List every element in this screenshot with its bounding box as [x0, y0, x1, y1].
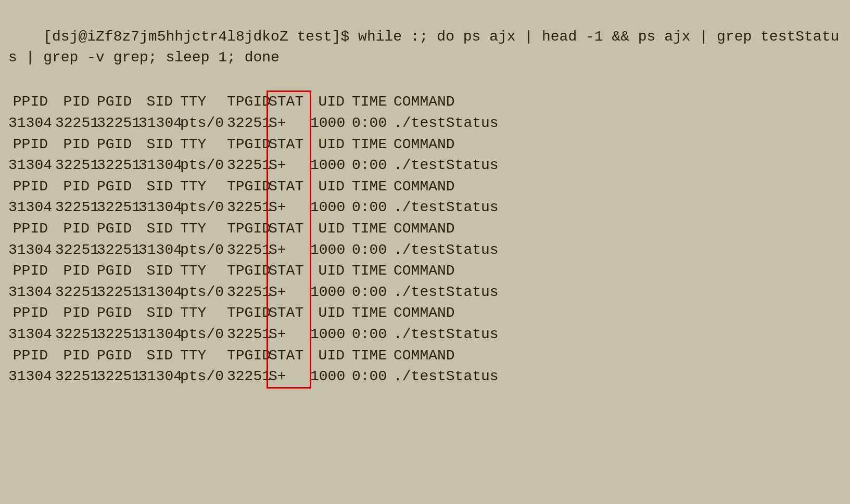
cell-uid: 1000 — [310, 197, 352, 218]
cell-sid: 31304 — [138, 197, 180, 218]
cell-time: 0:00 — [352, 366, 394, 387]
cell-tpgid: TPGID — [227, 303, 269, 324]
table-row: 31304322513225131304pts/032251S+10000:00… — [8, 155, 842, 176]
cell-tpgid: 32251 — [227, 282, 269, 303]
cell-tpgid: TPGID — [227, 176, 269, 198]
cell-tty: pts/0 — [180, 197, 227, 218]
cell-tpgid: 32251 — [227, 240, 269, 261]
prompt-text: [dsj@iZf8z7jm5hhjctr4l8jdkoZ test]$ whil… — [8, 29, 839, 66]
cell-pid: PID — [55, 303, 97, 324]
cell-sid: 31304 — [138, 366, 180, 387]
cell-sid: SID — [138, 261, 180, 282]
table-header: PPIDPIDPGIDSIDTTYTPGIDSTATUIDTIMECOMMAND — [8, 92, 842, 113]
cell-ppid: 31304 — [8, 282, 55, 303]
cell-stat: S+ — [269, 155, 310, 176]
cell-command: ./testStatus — [394, 155, 842, 176]
cell-ppid: 31304 — [8, 155, 55, 176]
cell-time: TIME — [352, 303, 394, 324]
cell-pgid: PGID — [97, 345, 138, 367]
cell-command: COMMAND — [394, 218, 842, 240]
cell-sid: 31304 — [138, 113, 180, 134]
cell-sid: SID — [138, 345, 180, 367]
table-header: PPIDPIDPGIDSIDTTYTPGIDSTATUIDTIMECOMMAND — [8, 345, 842, 367]
cell-time: 0:00 — [352, 113, 394, 134]
cell-sid: 31304 — [138, 155, 180, 176]
cell-sid: SID — [138, 92, 180, 113]
cell-time: 0:00 — [352, 155, 394, 176]
cell-pgid: 32251 — [97, 240, 138, 261]
cell-command: COMMAND — [394, 176, 842, 198]
cell-stat: STAT — [269, 176, 310, 198]
table-row: 31304322513225131304pts/032251S+10000:00… — [8, 240, 842, 261]
cell-stat: S+ — [269, 197, 310, 218]
cell-ppid: PPID — [8, 345, 55, 367]
table-row: 31304322513225131304pts/032251S+10000:00… — [8, 197, 842, 218]
cell-pgid: 32251 — [97, 366, 138, 387]
cell-tty: pts/0 — [180, 366, 227, 387]
cell-pid: PID — [55, 92, 97, 113]
cell-pgid: PGID — [97, 92, 138, 113]
cell-command: ./testStatus — [394, 240, 842, 261]
cell-pid: 32251 — [55, 324, 97, 345]
cell-uid: 1000 — [310, 282, 352, 303]
cell-tpgid: 32251 — [227, 324, 269, 345]
cell-time: TIME — [352, 345, 394, 367]
cell-tty: TTY — [180, 261, 227, 282]
cell-pgid: 32251 — [97, 197, 138, 218]
cell-stat: STAT — [269, 134, 310, 156]
cell-pgid: 32251 — [97, 324, 138, 345]
cell-sid: 31304 — [138, 324, 180, 345]
cell-tty: pts/0 — [180, 240, 227, 261]
cell-tpgid: TPGID — [227, 261, 269, 282]
cell-pid: PID — [55, 261, 97, 282]
cell-command: ./testStatus — [394, 282, 842, 303]
cell-ppid: PPID — [8, 218, 55, 240]
cell-uid: UID — [310, 303, 352, 324]
cell-uid: 1000 — [310, 155, 352, 176]
cell-pgid: PGID — [97, 134, 138, 156]
cell-pid: PID — [55, 134, 97, 156]
cell-pid: PID — [55, 345, 97, 367]
cell-stat: S+ — [269, 366, 310, 387]
cell-command: ./testStatus — [394, 324, 842, 345]
cell-pgid: 32251 — [97, 282, 138, 303]
table-row: 31304322513225131304pts/032251S+10000:00… — [8, 366, 842, 387]
cell-tpgid: TPGID — [227, 92, 269, 113]
cell-ppid: 31304 — [8, 113, 55, 134]
cell-uid: UID — [310, 218, 352, 240]
table-row: 31304322513225131304pts/032251S+10000:00… — [8, 324, 842, 345]
cell-ppid: PPID — [8, 92, 55, 113]
cell-tty: pts/0 — [180, 282, 227, 303]
cell-stat: S+ — [269, 324, 310, 345]
process-table: PPIDPIDPGIDSIDTTYTPGIDSTATUIDTIMECOMMAND… — [8, 92, 842, 387]
cell-time: 0:00 — [352, 324, 394, 345]
cell-time: 0:00 — [352, 197, 394, 218]
cell-command: COMMAND — [394, 261, 842, 282]
cell-uid: 1000 — [310, 366, 352, 387]
cell-tpgid: TPGID — [227, 218, 269, 240]
cell-pid: 32251 — [55, 155, 97, 176]
cell-pid: 32251 — [55, 282, 97, 303]
cell-pid: PID — [55, 218, 97, 240]
table-header: PPIDPIDPGIDSIDTTYTPGIDSTATUIDTIMECOMMAND — [8, 134, 842, 156]
cell-pgid: PGID — [97, 176, 138, 198]
cell-tty: TTY — [180, 176, 227, 198]
cell-time: TIME — [352, 92, 394, 113]
table-row: 31304322513225131304pts/032251S+10000:00… — [8, 113, 842, 134]
cell-pgid: 32251 — [97, 155, 138, 176]
cell-pid: 32251 — [55, 197, 97, 218]
cell-time: TIME — [352, 134, 394, 156]
cell-pid: PID — [55, 176, 97, 198]
cell-ppid: PPID — [8, 134, 55, 156]
cell-tty: TTY — [180, 92, 227, 113]
table-header: PPIDPIDPGIDSIDTTYTPGIDSTATUIDTIMECOMMAND — [8, 218, 842, 240]
cell-command: COMMAND — [394, 92, 842, 113]
cell-stat: S+ — [269, 240, 310, 261]
cell-stat: STAT — [269, 92, 310, 113]
cell-pid: 32251 — [55, 366, 97, 387]
cell-ppid: PPID — [8, 303, 55, 324]
cell-tty: TTY — [180, 134, 227, 156]
cell-ppid: 31304 — [8, 366, 55, 387]
cell-tty: pts/0 — [180, 113, 227, 134]
cell-tpgid: TPGID — [227, 134, 269, 156]
